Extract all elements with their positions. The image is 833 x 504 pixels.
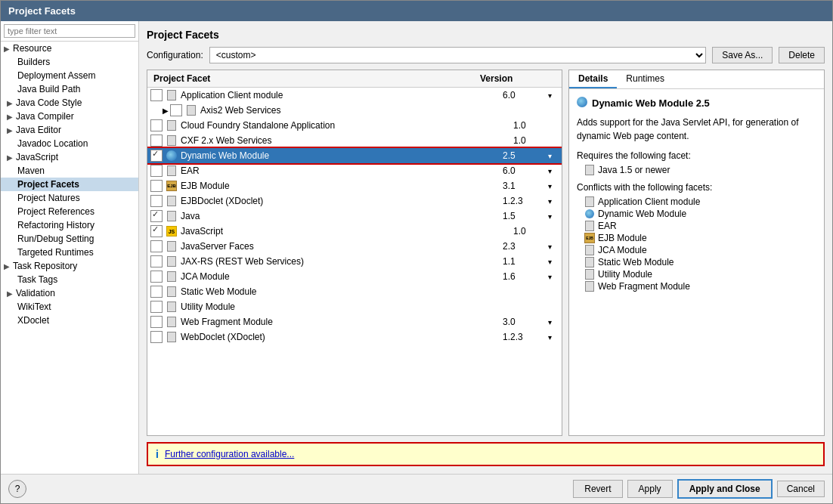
facets-header: Project Facet Version [147,70,562,88]
conflict-utility-module: Utility Module [584,268,816,280]
sidebar-item-wikitext[interactable]: WikiText [1,300,138,314]
facet-checkbox-webdoclet[interactable] [150,331,163,343]
facet-row-javascript[interactable]: JS JavaScript 1.0 [147,224,562,239]
facet-checkbox-cxf[interactable] [150,135,163,147]
sidebar-item-maven[interactable]: Maven [1,164,138,178]
sidebar-item-resource[interactable]: ▶ Resource [1,42,138,55]
facet-row-jaxrs[interactable]: JAX-RS (REST Web Services) 1.1 ▾ [147,254,562,269]
sidebar-item-label: XDoclet [17,315,49,326]
sidebar-item-javascript[interactable]: ▶ JavaScript [1,150,138,164]
expand-arrow: ▶ [4,45,10,53]
sidebar-item-deployment[interactable]: Deployment Assem [1,69,138,82]
facet-row-web-fragment[interactable]: Web Fragment Module 3.0 ▾ [147,314,562,329]
delete-button[interactable]: Delete [779,47,825,63]
facet-row-jsf[interactable]: JavaServer Faces 2.3 ▾ [147,239,562,254]
panels-row: Project Facet Version Application Client… [147,70,825,436]
expand-arrow: ▶ [7,153,13,162]
tab-details[interactable]: Details [569,70,617,88]
facet-row-static-web[interactable]: Static Web Module [147,284,562,299]
sidebar-item-task-repository[interactable]: ▶ Task Repository [1,259,138,273]
facet-name: Java [181,211,503,221]
facet-row-utility-module[interactable]: Utility Module [147,299,562,314]
sidebar-item-java-editor[interactable]: ▶ Java Editor [1,123,138,137]
facet-row-cxf[interactable]: CXF 2.x Web Services 1.0 [147,133,562,148]
sidebar-item-builders[interactable]: Builders [1,55,138,69]
sidebar-item-run-debug[interactable]: Run/Debug Setting [1,232,138,246]
cancel-button[interactable]: Cancel [777,481,825,497]
sidebar-item-task-tags[interactable]: Task Tags [1,273,138,286]
sidebar-item-project-references[interactable]: Project References [1,205,138,218]
facet-row-cloud-foundry[interactable]: Cloud Foundry Standalone Application 1.0 [147,118,562,133]
version-dropdown[interactable]: ▾ [548,318,559,326]
version-dropdown[interactable]: ▾ [548,333,559,342]
facet-version: 1.0 [513,120,559,131]
conflict-item-label: Static Web Module [598,257,674,267]
apply-button[interactable]: Apply [627,480,673,498]
facet-checkbox-dynamic-web[interactable] [150,150,163,162]
page-icon [166,119,178,131]
sidebar-item-project-natures[interactable]: Project Natures [1,191,138,205]
facet-row-jca[interactable]: JCA Module 1.6 ▾ [147,269,562,284]
facet-checkbox-axis2[interactable] [170,104,182,116]
footer-left: ? [8,479,26,499]
version-dropdown[interactable]: ▾ [548,243,559,251]
version-dropdown[interactable]: ▾ [548,91,559,100]
sidebar-item-java-build-path[interactable]: Java Build Path [1,82,138,96]
facet-checkbox-utility[interactable] [150,301,163,313]
ejb-icon: EJB [584,233,595,243]
further-config-link[interactable]: Further configuration available... [165,449,294,459]
facet-checkbox-static-web[interactable] [150,286,163,298]
sidebar-filter-input[interactable] [4,24,135,38]
sidebar-item-targeted-runtimes[interactable]: Targeted Runtimes [1,246,138,259]
facet-checkbox-jsf[interactable] [150,240,163,252]
sidebar-item-validation[interactable]: ▶ Validation [1,286,138,300]
main-content: Project Facets Configuration: <custom> S… [139,21,832,474]
sidebar-item-java-code-style[interactable]: ▶ Java Code Style [1,96,138,110]
facet-checkbox-app-client[interactable] [150,89,163,101]
facet-checkbox-cloud-foundry[interactable] [150,119,163,131]
config-select[interactable]: <custom> [209,47,707,63]
page-icon [166,271,178,283]
version-dropdown[interactable]: ▾ [548,197,559,206]
facet-row-ejb[interactable]: EJB EJB Module 3.1 ▾ [147,178,562,193]
version-dropdown[interactable]: ▾ [548,273,559,281]
version-dropdown[interactable]: ▾ [548,167,559,175]
sidebar-item-javadoc[interactable]: Javadoc Location [1,137,138,150]
facet-checkbox-ejb[interactable] [150,180,163,192]
ejb-icon: EJB [166,180,178,192]
facet-checkbox-jca[interactable] [150,271,163,283]
facet-checkbox-web-fragment[interactable] [150,316,163,328]
facet-name: Web Fragment Module [181,317,503,327]
sidebar-item-label: Maven [17,165,45,176]
facet-row-axis2[interactable]: ▶ Axis2 Web Services [147,103,562,118]
facet-row-webdoclet[interactable]: WebDoclet (XDoclet) 1.2.3 ▾ [147,329,562,345]
sidebar-item-label: Java Code Style [16,97,82,108]
version-dropdown[interactable]: ▾ [548,212,559,221]
sidebar-item-java-compiler[interactable]: ▶ Java Compiler [1,110,138,123]
version-dropdown[interactable]: ▾ [548,152,559,160]
facet-row-ejbdoclet[interactable]: EJBDoclet (XDoclet) 1.2.3 ▾ [147,193,562,209]
facet-row-dynamic-web[interactable]: Dynamic Web Module 2.5 ▾ [147,148,562,163]
help-button[interactable]: ? [8,480,26,498]
facet-checkbox-java[interactable] [150,210,163,222]
sidebar-item-label: Project Facets [17,179,79,190]
facet-checkbox-javascript[interactable] [150,225,163,237]
facet-checkbox-ejbdoclet[interactable] [150,195,163,207]
details-title: Dynamic Web Module 2.5 [577,97,816,110]
facet-checkbox-jaxrs[interactable] [150,255,163,267]
save-as-button[interactable]: Save As... [712,47,773,63]
version-dropdown[interactable]: ▾ [548,182,559,190]
sidebar-item-xdoclet[interactable]: XDoclet [1,314,138,327]
details-title-text: Dynamic Web Module 2.5 [592,97,710,109]
page-icon [166,331,178,343]
facet-row-ear[interactable]: EAR 6.0 ▾ [147,163,562,178]
apply-and-close-button[interactable]: Apply and Close [677,479,773,499]
sidebar-item-refactoring[interactable]: Refactoring History [1,218,138,232]
tab-runtimes[interactable]: Runtimes [617,70,674,88]
facet-row-java[interactable]: Java 1.5 ▾ [147,209,562,224]
revert-button[interactable]: Revert [573,480,622,498]
version-dropdown[interactable]: ▾ [548,258,559,266]
sidebar-item-project-facets[interactable]: Project Facets [1,178,138,191]
facet-row-app-client[interactable]: Application Client module 6.0 ▾ [147,88,562,103]
facet-checkbox-ear[interactable] [150,165,163,177]
